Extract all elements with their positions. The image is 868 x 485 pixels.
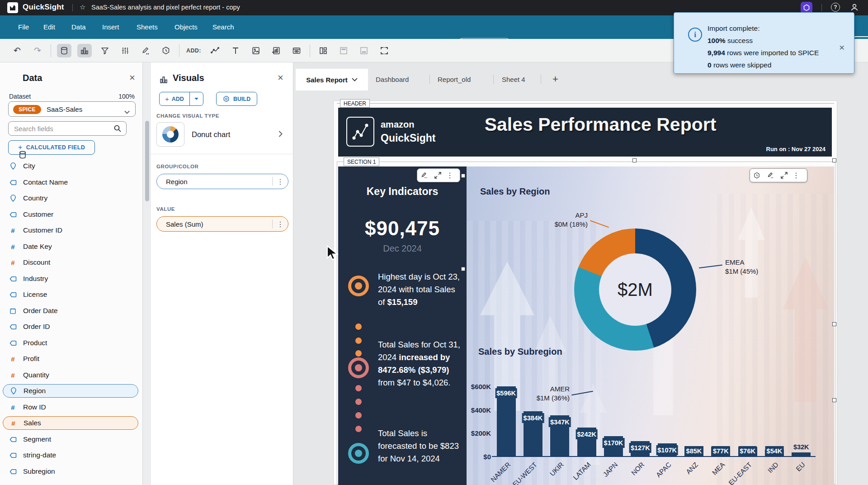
field-row-quantity[interactable]: #Quantity <box>3 368 138 382</box>
quicksight-logo-icon[interactable] <box>7 2 18 13</box>
key-indicators-visual[interactable]: Key Indicators $90,475 Dec 2024 Highest … <box>338 166 467 485</box>
bar-UKIR[interactable]: $347KUKIR <box>547 386 573 456</box>
field-row-customer[interactable]: Customer <box>3 208 138 221</box>
data-panel-toggle[interactable] <box>57 44 71 57</box>
tab-sales-report[interactable]: Sales Report <box>296 69 368 90</box>
menu-search[interactable]: Search <box>212 23 234 31</box>
visual-menu-kebab-icon[interactable]: ⋮ <box>444 171 455 180</box>
selection-handle[interactable] <box>832 322 836 326</box>
donut-label-apj: APJ$0M (18%) <box>538 211 588 229</box>
themes-icon[interactable] <box>750 172 764 179</box>
add-line-chart-icon[interactable] <box>208 44 222 57</box>
bar-JAPN[interactable]: $170KJAPN <box>600 386 627 456</box>
tab-dashboard[interactable]: Dashboard <box>376 76 409 83</box>
menu-insert[interactable]: Insert <box>102 23 119 31</box>
field-row-row-id[interactable]: #Row ID <box>3 400 138 414</box>
favorite-star-icon[interactable]: ☆ <box>80 3 85 11</box>
footer-section-icon[interactable] <box>357 44 371 57</box>
field-row-order-date[interactable]: Order Date <box>3 304 138 318</box>
edit-visual-icon[interactable] <box>417 171 431 179</box>
field-row-subregion[interactable]: Subregion <box>3 465 138 478</box>
add-dropdown-caret[interactable] <box>189 92 203 105</box>
field-row-contact-name[interactable]: Contact Name <box>3 176 138 189</box>
selection-handle[interactable] <box>832 398 836 402</box>
chevron-right-icon[interactable] <box>278 131 283 139</box>
field-row-profit[interactable]: #Profit <box>3 352 138 366</box>
bar-EU-EAST[interactable]: $76KEU-EAST <box>734 386 761 456</box>
bar-NAMER[interactable]: $596KNAMER <box>493 386 519 456</box>
field-row-customer-id[interactable]: #Customer ID <box>3 223 138 237</box>
build-button[interactable]: BUILD <box>216 92 257 106</box>
tab-sheet-4[interactable]: Sheet 4 <box>502 76 525 83</box>
bar-rect[interactable] <box>792 452 811 456</box>
menu-objects[interactable]: Objects <box>175 23 198 31</box>
redo-button[interactable]: ↷ <box>30 44 45 57</box>
visuals-panel-close-icon[interactable]: × <box>278 73 283 83</box>
field-row-country[interactable]: Country <box>3 191 138 205</box>
themes-icon[interactable] <box>159 44 173 57</box>
edit-visuals-icon[interactable] <box>138 44 153 57</box>
field-row-region[interactable]: Region <box>3 384 138 398</box>
add-image-icon[interactable] <box>249 44 263 57</box>
menu-file[interactable]: File <box>18 23 29 31</box>
add-sheet-button[interactable]: + <box>552 73 558 85</box>
y-tick-label: $0 <box>467 453 491 461</box>
search-fields-input[interactable]: Search fields <box>8 121 127 136</box>
parameters-icon[interactable] <box>118 44 132 57</box>
visual-menu-kebab-icon[interactable]: ⋮ <box>791 171 802 180</box>
bar-ANZ[interactable]: $85KANZ <box>680 386 707 456</box>
toast-close-icon[interactable]: × <box>839 43 844 52</box>
kebab-icon[interactable]: ⋮ <box>273 220 288 228</box>
expand-visual-icon[interactable] <box>431 172 444 179</box>
help-icon[interactable]: ? <box>831 3 840 12</box>
add-visual-button[interactable]: +ADD <box>159 92 203 106</box>
bar-EU[interactable]: $32KEU <box>788 386 815 456</box>
field-row-product[interactable]: Product <box>3 336 138 350</box>
field-row-discount[interactable]: #Discount <box>3 256 138 269</box>
data-panel-scrollbar[interactable] <box>145 121 149 201</box>
field-row-sales[interactable]: #Sales <box>3 416 138 430</box>
fullscreen-icon[interactable] <box>377 44 392 57</box>
menu-edit[interactable]: Edit <box>43 23 55 31</box>
selection-handle[interactable] <box>832 158 836 162</box>
kebab-icon[interactable]: ⋮ <box>273 177 288 186</box>
header-section-tag: HEADER <box>340 99 370 108</box>
bar-APAC[interactable]: $107KAPAC <box>654 386 680 456</box>
visuals-panel-toggle[interactable] <box>77 44 92 57</box>
donut-chart-type-button[interactable] <box>156 122 184 147</box>
menu-sheets[interactable]: Sheets <box>137 23 158 31</box>
field-row-segment[interactable]: Segment <box>3 433 138 446</box>
value-field-well[interactable]: Sales (Sum) ⋮ <box>156 216 288 232</box>
bar-NOR[interactable]: $127KNOR <box>627 386 654 456</box>
group-color-field-well[interactable]: Region ⋮ <box>156 174 288 189</box>
field-row-license[interactable]: License <box>3 288 138 301</box>
field-row-city[interactable]: City <box>3 159 138 173</box>
field-row-order-id[interactable]: Order ID <box>3 320 138 333</box>
report-header-visual[interactable]: amazon QuickSight Sales Performance Repo… <box>338 108 832 157</box>
expand-visual-icon[interactable] <box>777 172 791 179</box>
layout-icon[interactable] <box>316 44 330 57</box>
selection-handle[interactable] <box>632 158 637 162</box>
bar-EU-WEST[interactable]: $384KEU-WEST <box>519 386 546 456</box>
embed-icon[interactable] <box>289 44 304 57</box>
bar-MEA[interactable]: $77KMEA <box>708 386 734 456</box>
selection-handle[interactable] <box>461 267 465 271</box>
bar-value-label: $85K <box>685 446 703 456</box>
data-panel-close-icon[interactable]: × <box>129 73 135 83</box>
bar-IND[interactable]: $54KIND <box>761 386 788 456</box>
undo-button[interactable]: ↶ <box>10 44 24 57</box>
header-section-icon[interactable] <box>336 44 351 57</box>
menu-data[interactable]: Data <box>71 23 86 31</box>
dataset-dropdown[interactable]: SPICE SaaS-Sales <box>8 101 136 117</box>
field-row-string-date[interactable]: string-date <box>3 448 138 462</box>
add-text-icon[interactable] <box>228 44 243 57</box>
filter-icon[interactable] <box>98 44 112 57</box>
bar-LATAM[interactable]: $242KLATAM <box>573 386 600 456</box>
charts-visual[interactable]: Sales by Region $2M APJ$0M (18%) EMEA$1M… <box>467 166 834 485</box>
tab-report-old[interactable]: Report_old <box>438 76 471 83</box>
field-row-date-key[interactable]: #Date Key <box>3 240 138 253</box>
insert-visual-icon[interactable] <box>269 44 283 57</box>
field-row-industry[interactable]: Industry <box>3 272 138 285</box>
edit-visual-icon[interactable] <box>764 171 777 179</box>
selection-handle[interactable] <box>461 174 465 178</box>
